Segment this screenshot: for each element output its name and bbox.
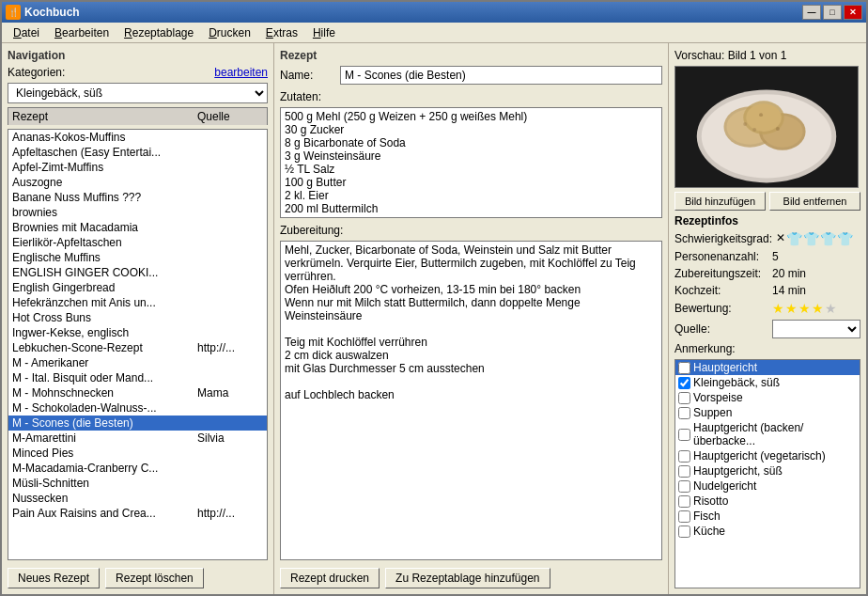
category-checkbox[interactable]	[678, 495, 690, 508]
kategorien-label: Kategorien:	[8, 66, 65, 79]
list-item[interactable]: M - MohnschneckenMama	[8, 385, 267, 400]
list-item[interactable]: Ingwer-Kekse, englisch	[8, 325, 267, 340]
kochzeit-label: Kochzeit:	[674, 284, 768, 297]
nav-row: Kategorien: bearbeiten	[8, 66, 268, 79]
list-item[interactable]: Ananas-Kokos-Muffins	[8, 130, 267, 145]
category-item[interactable]: Vorspeise	[675, 390, 860, 405]
bearbeiten-link[interactable]: bearbeiten	[214, 66, 268, 79]
category-item[interactable]: Risotto	[675, 494, 860, 509]
list-item-name: M - Mohnschnecken	[12, 386, 197, 400]
category-item[interactable]: Suppen	[675, 405, 860, 420]
kochzeit-value: 14 min	[772, 284, 806, 297]
star-5[interactable]: ★	[825, 301, 837, 316]
list-item[interactable]: Hefekränzchen mit Anis un...	[8, 295, 267, 310]
category-item[interactable]: Hauptgericht, süß	[675, 463, 860, 478]
list-item[interactable]: M - Scones (die Besten)	[8, 416, 267, 431]
titlebar-buttons: — □ ✕	[802, 5, 862, 20]
anmerkung-label: Anmerkung:	[674, 342, 860, 355]
category-checkbox[interactable]	[678, 510, 690, 523]
category-item[interactable]: Küche	[675, 524, 860, 539]
titlebar: 🍴 Kochbuch — □ ✕	[2, 2, 866, 23]
left-panel: Navigation Kategorien: bearbeiten Kleing…	[2, 43, 274, 594]
list-item[interactable]: Nussecken	[8, 491, 267, 506]
star-2[interactable]: ★	[785, 301, 798, 316]
list-item[interactable]: Brownies mit Macadamia	[8, 220, 267, 235]
name-input[interactable]	[340, 66, 662, 85]
menu-rezeptablage[interactable]: Rezeptablage	[116, 24, 201, 41]
star-4[interactable]: ★	[812, 301, 824, 316]
category-item[interactable]: Hauptgericht (vegetarisch)	[675, 448, 860, 463]
list-col2-header: Quelle	[197, 110, 263, 123]
zutaten-textarea[interactable]	[280, 107, 662, 218]
zubereitung-textarea[interactable]	[280, 241, 662, 560]
category-checkbox[interactable]	[678, 407, 690, 419]
maximize-button[interactable]: □	[823, 5, 842, 20]
star-3[interactable]: ★	[798, 301, 811, 316]
main-window: 🍴 Kochbuch — □ ✕ Datei Bearbeiten Rezept…	[0, 0, 868, 596]
bottom-buttons: Neues Rezept Rezept löschen	[8, 564, 268, 588]
bewertung-stars: ★ ★ ★ ★ ★	[772, 301, 837, 316]
menu-drucken[interactable]: Drucken	[201, 24, 258, 41]
category-checkbox[interactable]	[678, 377, 690, 389]
new-recipe-button[interactable]: Neues Rezept	[8, 568, 100, 588]
recipe-list[interactable]: Ananas-Kokos-MuffinsApfeltaschen (Easy E…	[8, 129, 268, 560]
list-item[interactable]: M-Macadamia-Cranberry C...	[8, 461, 267, 476]
category-item[interactable]: Kleingebäck, süß	[675, 375, 860, 390]
list-col1-header: Rezept	[12, 110, 197, 123]
list-item-name: Pain Aux Raisins and Crea...	[12, 507, 197, 520]
star-1[interactable]: ★	[772, 301, 784, 316]
add-image-button[interactable]: Bild hinzufügen	[674, 192, 766, 211]
list-item[interactable]: English Gingerbread	[8, 280, 267, 295]
bewertung-label: Bewertung:	[674, 302, 768, 315]
add-to-ablage-button[interactable]: Zu Rezeptablage hinzufügen	[385, 568, 550, 588]
remove-image-button[interactable]: Bild entfernen	[769, 192, 860, 211]
category-checkbox[interactable]	[678, 429, 690, 441]
list-item[interactable]: Müsli-Schnitten	[8, 476, 267, 491]
category-checkbox[interactable]	[678, 392, 690, 404]
category-dropdown[interactable]: Kleingebäck, süß	[8, 83, 268, 103]
category-item[interactable]: Nudelgericht	[675, 478, 860, 494]
minimize-button[interactable]: —	[802, 5, 821, 20]
delete-recipe-button[interactable]: Rezept löschen	[105, 568, 204, 588]
list-item[interactable]: M - Amerikaner	[8, 355, 267, 370]
mid-panel: Rezept Name: Zutaten: Zubereitung: Rezep…	[274, 43, 669, 594]
list-item[interactable]: Minced Pies	[8, 446, 267, 461]
menu-datei[interactable]: Datei	[6, 24, 47, 41]
list-item[interactable]: Hot Cross Buns	[8, 310, 267, 325]
list-item[interactable]: M-AmarettiniSilvia	[8, 431, 267, 446]
list-item[interactable]: M - Schokoladen-Walnuss-...	[8, 400, 267, 416]
category-item[interactable]: Hauptgericht (backen/überbacke...	[675, 420, 860, 448]
menu-hilfe[interactable]: Hilfe	[305, 24, 343, 41]
menu-extras[interactable]: Extras	[258, 24, 305, 41]
category-item[interactable]: Hauptgericht	[675, 360, 860, 375]
list-item[interactable]: M - Ital. Bisquit oder Mand...	[8, 370, 267, 385]
list-item[interactable]: Auszogne	[8, 175, 267, 190]
list-item[interactable]: Pain Aux Raisins and Crea...http://...	[8, 506, 267, 521]
list-item[interactable]: ENGLISH GINGER COOKI...	[8, 265, 267, 280]
category-checkbox[interactable]	[678, 525, 690, 538]
list-item[interactable]: Apfel-Zimt-Muffins	[8, 160, 267, 175]
category-checkbox[interactable]	[678, 480, 690, 493]
list-item-name: Apfel-Zimt-Muffins	[12, 161, 197, 174]
list-item[interactable]: Englische Muffins	[8, 250, 267, 265]
menu-bearbeiten[interactable]: Bearbeiten	[47, 24, 116, 41]
list-item[interactable]: brownies	[8, 205, 267, 220]
quelle-dropdown[interactable]	[772, 320, 860, 338]
category-label: Hauptgericht (vegetarisch)	[693, 449, 826, 463]
close-button[interactable]: ✕	[844, 5, 862, 20]
category-label: Suppen	[693, 406, 732, 419]
list-item[interactable]: Apfeltaschen (Easy Entertai...	[8, 145, 267, 160]
list-item[interactable]: Eierlikör-Apfeltaschen	[8, 235, 267, 250]
svg-point-8	[746, 103, 782, 132]
shirt-4: 👕	[837, 231, 853, 246]
navigation-label: Navigation	[8, 49, 268, 62]
category-checkbox[interactable]	[678, 450, 690, 463]
print-recipe-button[interactable]: Rezept drucken	[280, 568, 380, 588]
list-item[interactable]: Banane Nuss Muffins ???	[8, 190, 267, 205]
category-checkbox[interactable]	[678, 465, 690, 478]
category-checkbox[interactable]	[678, 362, 690, 374]
category-item[interactable]: Fisch	[675, 509, 860, 524]
list-item[interactable]: Lebkuchen-Scone-Rezepthttp://...	[8, 340, 267, 355]
categories-list[interactable]: HauptgerichtKleingebäck, süßVorspeiseSup…	[674, 359, 860, 588]
image-buttons: Bild hinzufügen Bild entfernen	[674, 192, 860, 211]
